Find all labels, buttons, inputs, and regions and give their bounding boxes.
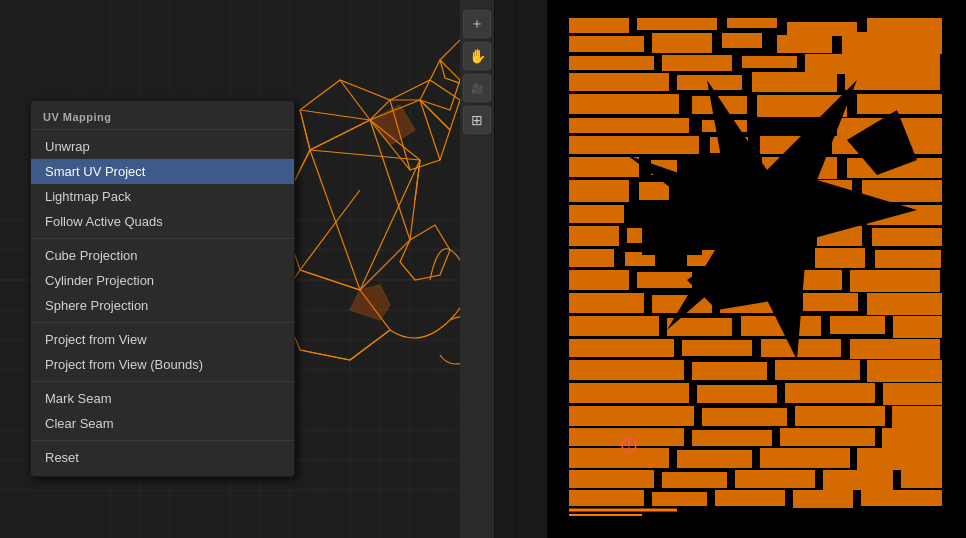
svg-rect-95 xyxy=(569,226,619,246)
svg-rect-155 xyxy=(642,200,702,255)
svg-rect-128 xyxy=(697,385,777,403)
svg-rect-102 xyxy=(815,248,865,268)
svg-rect-89 xyxy=(639,182,669,200)
svg-rect-141 xyxy=(760,448,850,468)
grid-tool-button[interactable]: ⊞ xyxy=(463,106,491,134)
svg-rect-88 xyxy=(569,180,629,202)
svg-rect-72 xyxy=(845,74,940,90)
svg-line-42 xyxy=(300,110,310,150)
tool-sidebar: ＋ ✋ 🎥 ⊞ xyxy=(460,0,495,538)
svg-rect-119 xyxy=(569,339,674,357)
menu-item-reset[interactable]: Reset xyxy=(31,445,294,470)
svg-rect-57 xyxy=(727,18,777,28)
svg-rect-112 xyxy=(803,293,858,311)
svg-rect-151 xyxy=(793,490,853,508)
svg-rect-125 xyxy=(775,360,860,380)
menu-item-sphere-projection[interactable]: Sphere Projection xyxy=(31,293,294,318)
svg-rect-137 xyxy=(780,428,875,446)
menu-item-lightmap-pack[interactable]: Lightmap Pack xyxy=(31,184,294,209)
menu-item-unwrap[interactable]: Unwrap xyxy=(31,134,294,159)
pan-icon: ✋ xyxy=(469,48,486,64)
menu-item-project-from-view[interactable]: Project from View xyxy=(31,327,294,352)
svg-line-33 xyxy=(310,150,420,160)
svg-rect-113 xyxy=(867,293,942,315)
svg-rect-131 xyxy=(569,406,694,426)
menu-separator-2 xyxy=(31,322,294,323)
svg-rect-109 xyxy=(569,293,644,313)
menu-item-cube-projection[interactable]: Cube Projection xyxy=(31,243,294,268)
svg-rect-148 xyxy=(569,490,644,506)
menu-item-clear-seam[interactable]: Clear Seam xyxy=(31,411,294,436)
svg-rect-108 xyxy=(850,270,940,292)
svg-rect-80 xyxy=(569,136,699,154)
svg-rect-67 xyxy=(742,56,797,68)
svg-line-43 xyxy=(300,110,370,120)
menu-item-follow-active-quads[interactable]: Follow Active Quads xyxy=(31,209,294,234)
svg-rect-65 xyxy=(569,56,654,70)
svg-rect-144 xyxy=(662,472,727,488)
svg-rect-127 xyxy=(569,383,689,403)
svg-rect-134 xyxy=(892,406,942,428)
svg-rect-130 xyxy=(883,383,942,405)
svg-rect-123 xyxy=(569,360,684,380)
svg-rect-126 xyxy=(867,360,942,382)
svg-marker-52 xyxy=(350,285,390,320)
svg-rect-63 xyxy=(777,35,832,53)
menu-item-smart-uv-project[interactable]: Smart UV Project xyxy=(31,159,294,184)
menu-separator-1 xyxy=(31,238,294,239)
svg-rect-69 xyxy=(569,73,669,91)
camera-tool-button[interactable]: 🎥 xyxy=(463,74,491,102)
svg-rect-135 xyxy=(569,428,684,446)
svg-rect-104 xyxy=(569,270,629,290)
svg-rect-147 xyxy=(901,470,942,488)
svg-rect-133 xyxy=(795,406,885,426)
svg-rect-73 xyxy=(569,94,679,114)
svg-rect-71 xyxy=(752,72,837,92)
svg-rect-103 xyxy=(875,250,941,268)
menu-item-cylinder-projection[interactable]: Cylinder Projection xyxy=(31,268,294,293)
svg-rect-114 xyxy=(569,316,659,336)
svg-marker-28 xyxy=(420,60,460,110)
svg-rect-92 xyxy=(569,205,624,223)
svg-rect-66 xyxy=(662,55,732,71)
svg-rect-118 xyxy=(893,316,942,338)
pan-tool-button[interactable]: ✋ xyxy=(463,42,491,70)
svg-rect-122 xyxy=(850,339,940,359)
svg-rect-121 xyxy=(761,339,841,357)
svg-rect-149 xyxy=(652,492,707,506)
svg-rect-105 xyxy=(637,272,692,288)
zoom-tool-button[interactable]: ＋ xyxy=(463,10,491,38)
svg-rect-143 xyxy=(569,470,654,488)
svg-rect-60 xyxy=(569,36,644,52)
svg-rect-55 xyxy=(569,18,629,33)
menu-item-project-from-view-bounds[interactable]: Project from View (Bounds) xyxy=(31,352,294,377)
svg-rect-140 xyxy=(677,450,752,468)
svg-line-37 xyxy=(300,190,360,270)
camera-icon: 🎥 xyxy=(471,83,483,94)
svg-rect-64 xyxy=(842,32,942,54)
svg-rect-99 xyxy=(569,249,614,267)
svg-rect-62 xyxy=(722,33,762,48)
svg-rect-124 xyxy=(692,362,767,380)
svg-rect-138 xyxy=(882,428,942,448)
menu-item-mark-seam[interactable]: Mark Seam xyxy=(31,386,294,411)
svg-rect-77 xyxy=(569,118,689,133)
menu-separator-4 xyxy=(31,440,294,441)
svg-rect-76 xyxy=(857,94,942,114)
svg-rect-120 xyxy=(682,340,752,356)
svg-rect-152 xyxy=(861,490,942,506)
uv-canvas xyxy=(547,0,966,538)
context-menu: UV Mapping Unwrap Smart UV Project Light… xyxy=(30,100,295,477)
svg-line-39 xyxy=(420,100,440,160)
svg-rect-132 xyxy=(702,408,787,426)
menu-title: UV Mapping xyxy=(31,107,294,130)
grid-icon: ⊞ xyxy=(471,112,483,128)
svg-rect-61 xyxy=(652,33,712,53)
svg-rect-56 xyxy=(637,18,717,30)
svg-rect-98 xyxy=(872,228,942,246)
svg-rect-129 xyxy=(785,383,875,403)
svg-rect-84 xyxy=(569,157,639,177)
svg-rect-68 xyxy=(805,54,940,74)
svg-rect-142 xyxy=(857,448,942,470)
svg-line-35 xyxy=(310,150,360,290)
